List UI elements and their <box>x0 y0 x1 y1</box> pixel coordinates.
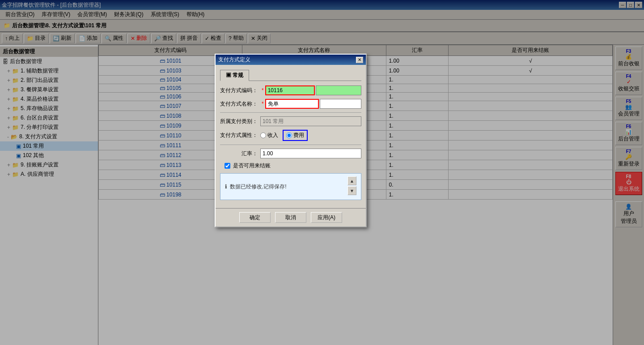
form-row-property: 支付方式属性： 收入 费用 <box>220 130 361 141</box>
modal-title: 支付方式定义 <box>218 56 250 64</box>
name-input[interactable] <box>265 99 319 109</box>
modal-tab-general[interactable]: ▣ 常规 <box>220 70 249 81</box>
required-star-code: * <box>262 87 264 94</box>
apply-button[interactable]: 应用(A) <box>311 212 342 223</box>
scroll-up-button[interactable]: ▲ <box>347 176 356 185</box>
form-row-rate: 汇率： <box>220 149 361 158</box>
checkout-checkbox[interactable] <box>225 163 230 169</box>
scroll-buttons: ▲ ▼ <box>347 176 356 195</box>
modal-title-bar: 支付方式定义 ✕ <box>216 55 366 65</box>
radio-expense-input[interactable] <box>286 132 292 138</box>
form-row-category: 所属支付类别： <box>220 116 361 126</box>
form-row-code: 支付方式编码： * <box>220 85 361 95</box>
name-extra-field <box>320 99 361 109</box>
modal-title-controls[interactable]: ✕ <box>356 56 363 63</box>
modal-tabs: ▣ 常规 <box>220 69 361 81</box>
checkout-label: 是否可用来结账 <box>233 162 271 170</box>
radio-expense-selected[interactable]: 费用 <box>283 130 308 141</box>
form-row-name: 支付方式名称： * <box>220 99 361 109</box>
code-extra-field <box>316 85 361 95</box>
info-icon: ℹ <box>225 183 227 190</box>
required-star-name: * <box>262 101 264 107</box>
modal-info: ℹ 数据已经修改,记得保存! ▲ ▼ <box>220 173 361 200</box>
category-input[interactable] <box>260 116 361 126</box>
radio-expense-label: 费用 <box>293 132 304 139</box>
radio-income[interactable]: 收入 <box>260 132 278 139</box>
modal-footer: 确定 取消 应用(A) <box>216 208 366 226</box>
category-label: 所属支付类别： <box>220 118 260 125</box>
confirm-button[interactable]: 确定 <box>239 212 271 223</box>
scroll-down-button[interactable]: ▼ <box>347 186 356 195</box>
rate-label: 汇率： <box>220 150 260 158</box>
code-label: 支付方式编码： <box>220 87 260 94</box>
modal-dialog: 支付方式定义 ✕ ▣ 常规 支付方式编码： * 支付方式名称： * <box>215 54 367 227</box>
property-label: 支付方式属性： <box>220 132 260 139</box>
modal-overlay: 支付方式定义 ✕ ▣ 常规 支付方式编码： * 支付方式名称： * <box>0 0 644 345</box>
radio-income-label: 收入 <box>267 132 278 139</box>
modal-body: ▣ 常规 支付方式编码： * 支付方式名称： * 所属支付类别： <box>216 65 366 208</box>
info-text: 数据已经修改,记得保存! <box>230 183 287 191</box>
name-label: 支付方式名称： <box>220 100 260 108</box>
code-input[interactable] <box>265 85 315 95</box>
cancel-button[interactable]: 取消 <box>275 212 306 223</box>
rate-input[interactable] <box>260 149 361 158</box>
checkbox-row: 是否可用来结账 <box>225 162 361 170</box>
modal-close-button[interactable]: ✕ <box>356 57 363 63</box>
radio-group-property: 收入 费用 <box>260 130 308 141</box>
radio-income-input[interactable] <box>260 132 266 138</box>
